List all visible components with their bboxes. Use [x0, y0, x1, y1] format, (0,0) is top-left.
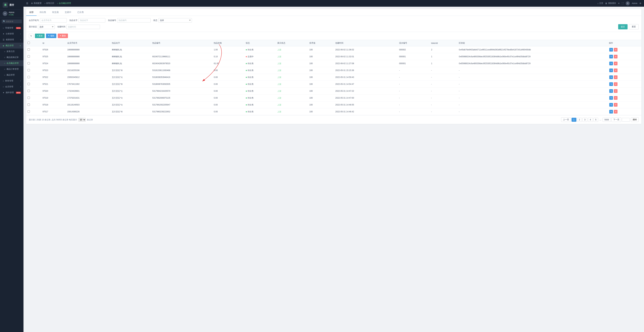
- tab-trading[interactable]: 转交易: [49, 9, 62, 16]
- display-state-select[interactable]: 选择 全部 上架 下架: [38, 25, 55, 29]
- display-tag[interactable]: 上架: [277, 83, 281, 85]
- sidebar-item-normal-mgmt[interactable]: ○ 常规管理 NEW: [0, 25, 24, 31]
- delete-row-button[interactable]: ✕: [614, 69, 618, 72]
- tab-traded[interactable]: 交易中: [62, 9, 74, 16]
- edit-row-button[interactable]: ✎: [609, 55, 613, 59]
- delete-row-button[interactable]: ✕: [614, 48, 618, 52]
- row-checkbox[interactable]: [28, 103, 30, 106]
- row-checkbox[interactable]: [28, 69, 30, 71]
- delete-row-button[interactable]: ✕: [614, 89, 618, 93]
- delete-row-button[interactable]: ✕: [614, 55, 618, 59]
- close-button[interactable]: ✕: [618, 2, 620, 5]
- delete-row-button[interactable]: ✕: [614, 75, 618, 79]
- display-tag[interactable]: 上架: [277, 104, 281, 106]
- edit-row-button[interactable]: ✎: [609, 96, 613, 100]
- delete-row-button[interactable]: ✕: [614, 103, 618, 107]
- sidebar-item-goods-mgmt[interactable]: ◈ 藏品管理 ∨: [0, 43, 24, 49]
- submit-button[interactable]: 提交: [618, 24, 628, 29]
- cell-token-id: 1: [430, 53, 458, 60]
- cell-created: 2022-06-02 11:36:02: [334, 46, 398, 53]
- sidebar-item-draw-record[interactable]: ○ 藏品抢购记录: [0, 54, 24, 60]
- status-dot: [246, 97, 247, 99]
- status-select[interactable]: 选择 全部 待出售 转交易 交易中 已出售: [158, 18, 192, 23]
- page-goto-input[interactable]: [622, 118, 630, 122]
- select-all-checkbox[interactable]: [28, 42, 30, 44]
- page-last-button[interactable]: 5606: [602, 118, 611, 122]
- tab-sold[interactable]: 已出售: [74, 9, 87, 16]
- page-4-button[interactable]: 4: [588, 118, 593, 122]
- auction-no-input[interactable]: [117, 18, 151, 23]
- sidebar-item-goods-setting[interactable]: ○ 藏品管理: [0, 72, 24, 78]
- search-input[interactable]: [6, 21, 20, 23]
- display-tag[interactable]: 上架: [277, 111, 281, 113]
- delete-row-button[interactable]: ✕: [614, 96, 618, 100]
- row-checkbox[interactable]: [28, 110, 30, 113]
- row-checkbox[interactable]: [28, 97, 30, 99]
- member-phone-input[interactable]: [40, 18, 67, 23]
- filter-member-phone: 会员手机号: [29, 18, 67, 23]
- search-box[interactable]: 🔍: [2, 20, 22, 23]
- row-checkbox[interactable]: [28, 76, 30, 78]
- sidebar-item-attachment-mgmt[interactable]: ✦ 插件管理 NEW: [0, 90, 24, 96]
- display-tag[interactable]: 上架: [277, 90, 281, 92]
- add-button[interactable]: + 添加: [35, 34, 44, 38]
- display-tag[interactable]: 上架: [277, 76, 281, 78]
- sidebar-item-member-mgmt[interactable]: ○ 会员管理 ›: [0, 84, 24, 90]
- reset-button[interactable]: 重置: [629, 24, 639, 29]
- sidebar-item-permission-mgmt[interactable]: ☰ 权限管理 ›: [0, 37, 24, 43]
- tab-all[interactable]: 全部: [26, 9, 36, 16]
- row-checkbox[interactable]: [28, 55, 30, 58]
- edit-row-button[interactable]: ✎: [609, 110, 613, 114]
- prev-page-button[interactable]: 上一页: [561, 117, 571, 122]
- sidebar-item-classify-mgmt[interactable]: ✦ 分类管理 ›: [0, 31, 24, 37]
- clear-cache-button[interactable]: 🗑 清除缓存: [605, 2, 616, 5]
- display-tag[interactable]: 上架: [277, 49, 281, 51]
- edit-row-button[interactable]: ✎: [609, 69, 613, 72]
- row-checkbox[interactable]: [28, 90, 30, 92]
- settings-icon[interactable]: ⚙: [640, 2, 641, 5]
- create-time-input[interactable]: [66, 25, 100, 29]
- page-goto-button[interactable]: 跳转: [631, 117, 639, 122]
- menu-toggle-icon[interactable]: ☰: [26, 2, 28, 5]
- cell-display: 上架: [276, 101, 308, 108]
- delete-row-button[interactable]: ✕: [614, 82, 618, 86]
- cell-id: 97519: [41, 95, 66, 101]
- row-checkbox[interactable]: [28, 83, 30, 85]
- display-tag[interactable]: 上架: [277, 56, 281, 58]
- edit-row-button[interactable]: ✎: [609, 75, 613, 79]
- sidebar-item-send-daily[interactable]: ○ 发售日历: [0, 49, 24, 54]
- row-checkbox[interactable]: [28, 48, 30, 51]
- page-3-button[interactable]: 3: [582, 118, 587, 122]
- delete-row-button[interactable]: ✕: [614, 110, 618, 114]
- delete-button[interactable]: ✕ 删除: [58, 34, 68, 38]
- page-1-button[interactable]: 1: [572, 118, 576, 122]
- delete-row-button[interactable]: ✕: [614, 62, 618, 65]
- per-page-select[interactable]: 10 20 50: [78, 118, 86, 122]
- page-5-button[interactable]: 5: [594, 118, 598, 122]
- clear-cache-label: 清除缓存: [608, 2, 616, 5]
- home-icon: ⌂: [597, 2, 598, 5]
- fullscreen-button[interactable]: ⛶: [622, 2, 624, 5]
- edit-row-button[interactable]: ✎: [609, 103, 613, 107]
- next-page-button[interactable]: 下一页: [612, 117, 621, 122]
- refresh-button[interactable]: ↻: [29, 34, 34, 38]
- display-tag[interactable]: 上架: [277, 62, 281, 65]
- edit-row-button[interactable]: ✎: [609, 82, 613, 86]
- goods-name-input[interactable]: [78, 18, 105, 23]
- sidebar-item-goods-order[interactable]: ○ 藏品订单管理: [0, 66, 24, 72]
- display-tag[interactable]: 上架: [277, 69, 281, 72]
- header-nav-system-config[interactable]: ⚙ 系统配置: [31, 2, 42, 5]
- edit-button[interactable]: ✎ 编辑: [46, 34, 56, 38]
- sidebar-item-member-goods[interactable]: ○ 会员藏品管理: [0, 60, 24, 66]
- home-button[interactable]: ⌂ 主页: [597, 2, 603, 5]
- display-tag[interactable]: 上架: [277, 97, 281, 99]
- row-checkbox[interactable]: [28, 62, 30, 65]
- edit-row-button[interactable]: ✎: [609, 62, 613, 65]
- edit-row-button[interactable]: ✎: [609, 48, 613, 52]
- edit-row-button[interactable]: ✎: [609, 89, 613, 93]
- header-nav-send-daily[interactable]: ○ 发售日历: [44, 2, 54, 5]
- sidebar-item-finance-mgmt[interactable]: ○ 财务管理 ›: [0, 78, 24, 84]
- header-nav-member-goods[interactable]: ○ 会员藏品管理: [57, 2, 71, 5]
- page-2-button[interactable]: 2: [577, 118, 582, 122]
- tab-pending[interactable]: 待出售: [36, 9, 49, 16]
